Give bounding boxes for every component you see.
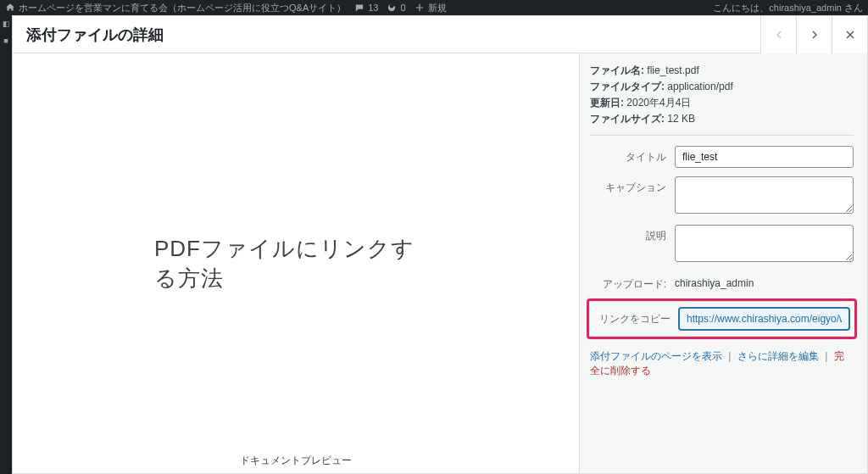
upload-value: chirashiya_admin xyxy=(675,273,854,289)
caption-label: キャプション xyxy=(590,176,675,195)
copy-link-row: リンクをコピー xyxy=(594,308,849,330)
site-title-text: ホームページを営業マンに育てる会（ホームページ活用に役立つQ&Aサイト） xyxy=(19,2,346,14)
copy-link-highlight: リンクをコピー xyxy=(587,298,857,339)
copy-link-input[interactable] xyxy=(679,308,849,330)
view-attachment-link[interactable]: 添付ファイルのページを表示 xyxy=(590,350,722,362)
modal-title: 添付ファイルの詳細 xyxy=(26,25,760,45)
updates-count: 0 xyxy=(400,3,405,13)
plus-icon xyxy=(415,3,425,13)
copy-link-label: リンクをコピー xyxy=(594,308,679,326)
filename-value: flie_test.pdf xyxy=(647,64,698,76)
attachment-details-modal: 添付ファイルの詳細 PDFファイルにリンクする方法 ドキュメントプレビュー ファ… xyxy=(12,15,868,474)
title-label: タイトル xyxy=(590,146,675,165)
title-input[interactable] xyxy=(675,146,854,168)
preview-pane: PDFファイルにリンクする方法 ドキュメントプレビュー xyxy=(13,53,579,473)
uploaded-by-row: アップロード: chirashiya_admin xyxy=(590,273,854,292)
separator: | xyxy=(825,350,827,362)
updated-value: 2020年4月4日 xyxy=(626,97,691,109)
filetype-value: application/pdf xyxy=(667,81,732,92)
title-field-row: タイトル xyxy=(590,146,854,168)
document-preview-headline: PDFファイルにリンクする方法 xyxy=(154,234,437,293)
home-icon xyxy=(5,3,15,13)
edit-more-link[interactable]: さらに詳細を編集 xyxy=(737,350,819,362)
updated-label: 更新日: xyxy=(590,97,624,109)
close-button[interactable] xyxy=(832,16,867,53)
description-textarea[interactable] xyxy=(675,225,854,262)
admin-bar: ホームページを営業マンに育てる会（ホームページ活用に役立つQ&Aサイト） 13 … xyxy=(0,0,868,15)
close-icon xyxy=(843,28,857,42)
separator: | xyxy=(728,350,731,362)
site-title[interactable]: ホームページを営業マンに育てる会（ホームページ活用に役立つQ&Aサイト） xyxy=(5,2,346,14)
updates-indicator[interactable]: 0 xyxy=(387,3,405,13)
description-label: 説明 xyxy=(590,225,675,243)
new-label: 新規 xyxy=(428,2,447,14)
modal-header: 添付ファイルの詳細 xyxy=(13,16,867,53)
caption-textarea[interactable] xyxy=(675,176,854,214)
chevron-right-icon xyxy=(808,28,821,42)
divider xyxy=(590,135,854,136)
filename-label: ファイル名: xyxy=(590,64,644,76)
upload-label: アップロード: xyxy=(590,273,675,292)
user-greeting[interactable]: こんにちは、chirashiya_admin さん xyxy=(713,2,863,14)
modal-body: PDFファイルにリンクする方法 ドキュメントプレビュー ファイル名: flie_… xyxy=(13,53,867,473)
comment-icon xyxy=(354,3,364,13)
refresh-icon xyxy=(387,3,397,13)
filesize-value: 12 KB xyxy=(667,113,695,125)
new-content-button[interactable]: 新規 xyxy=(415,2,447,14)
next-attachment-button[interactable] xyxy=(796,16,832,53)
attachment-meta: ファイル名: flie_test.pdf ファイルタイプ: applicatio… xyxy=(590,64,854,126)
caption-field-row: キャプション xyxy=(590,176,854,216)
attachment-actions: 添付ファイルのページを表示 | さらに詳細を編集 | 完全に削除する xyxy=(590,349,854,378)
filetype-label: ファイルタイプ: xyxy=(590,81,665,92)
chevron-left-icon xyxy=(772,28,786,42)
description-field-row: 説明 xyxy=(590,225,854,265)
admin-sidebar-sliver: ◧ ■ xyxy=(0,15,12,474)
detail-pane: ファイル名: flie_test.pdf ファイルタイプ: applicatio… xyxy=(579,53,867,473)
comments-count: 13 xyxy=(368,3,378,13)
document-preview-caption: ドキュメントプレビュー xyxy=(240,454,352,468)
filesize-label: ファイルサイズ: xyxy=(590,113,665,125)
comments-indicator[interactable]: 13 xyxy=(354,3,378,13)
prev-attachment-button xyxy=(760,16,796,53)
